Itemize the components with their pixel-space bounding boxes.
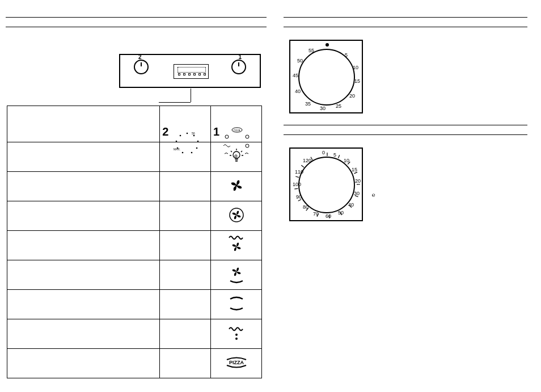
func-icon-fan-circle-cell bbox=[211, 201, 262, 231]
svg-point-20 bbox=[235, 334, 238, 336]
dial1-top-dot-icon bbox=[326, 43, 329, 47]
dial1-num: 45 bbox=[293, 73, 298, 78]
svg-line-24 bbox=[338, 155, 339, 158]
left-rule-2 bbox=[6, 27, 267, 27]
note-glyph: ℮ bbox=[372, 192, 375, 198]
dial1-num: 40 bbox=[295, 88, 301, 94]
fan-circle-icon bbox=[227, 206, 246, 224]
svg-point-3 bbox=[196, 147, 198, 149]
table-row bbox=[7, 231, 262, 260]
dial2-num: 5 bbox=[333, 152, 336, 158]
dial2-num: 70 bbox=[313, 211, 319, 217]
mini-function-grid-icon: PIZZA bbox=[220, 127, 255, 158]
svg-line-36 bbox=[295, 176, 299, 178]
svg-text:MAX.: MAX. bbox=[174, 147, 180, 151]
dial2-num: 20 bbox=[355, 178, 361, 184]
pointer-line-horizontal bbox=[159, 102, 191, 103]
svg-point-0 bbox=[187, 132, 188, 134]
dial1-num: 55 bbox=[308, 48, 314, 53]
grill-and-fan-icon bbox=[227, 234, 246, 255]
dial2-num: 120 bbox=[303, 158, 311, 163]
svg-point-7 bbox=[176, 140, 177, 142]
svg-line-37 bbox=[301, 165, 304, 167]
table-header-knob1-cell: 1 PIZZA bbox=[211, 106, 262, 142]
pizza-icon: PIZZA bbox=[225, 356, 248, 369]
top-bottom-heat-icon bbox=[227, 294, 246, 313]
dial2-num: 80 bbox=[303, 204, 308, 210]
dial1-num: 10 bbox=[353, 65, 358, 70]
svg-point-13 bbox=[246, 135, 249, 138]
svg-point-14 bbox=[246, 144, 249, 147]
svg-point-2 bbox=[197, 140, 199, 142]
dial1-num: 25 bbox=[336, 103, 341, 109]
panel-knob-2-icon bbox=[134, 60, 149, 74]
functions-table: 2 MAX. 50 bbox=[7, 106, 262, 378]
control-panel-diagram: 2 1 bbox=[119, 54, 261, 88]
table-row bbox=[7, 290, 262, 319]
dial2-num: 15 bbox=[352, 167, 357, 172]
table-row bbox=[7, 172, 262, 201]
pointer-line-vertical bbox=[191, 88, 191, 102]
header-col2-number: 2 bbox=[162, 125, 168, 138]
func-icon-topbottom-cell bbox=[211, 290, 262, 319]
dial2-num: 110 bbox=[295, 169, 303, 175]
dial1-num: 35 bbox=[305, 101, 311, 107]
dial2-num: 0 bbox=[322, 150, 325, 155]
table-row bbox=[7, 319, 262, 349]
minute-minder-dial-diagram: 5 10 15 20 25 30 35 40 45 50 55 bbox=[289, 40, 363, 113]
dial1-num: 15 bbox=[354, 78, 360, 84]
dial2-num: 40 bbox=[348, 202, 354, 208]
svg-point-4 bbox=[191, 151, 193, 153]
svg-line-35 bbox=[294, 188, 298, 189]
svg-point-5 bbox=[182, 151, 184, 153]
func-icon-grill-fan-cell bbox=[211, 231, 262, 260]
func-icon-fan-cell bbox=[211, 172, 262, 201]
dial2-num: 30 bbox=[354, 191, 360, 196]
func-icon-fan-bottom-cell bbox=[211, 260, 262, 290]
svg-text:PIZZA: PIZZA bbox=[229, 360, 244, 365]
dial2-num: 10 bbox=[344, 158, 349, 163]
svg-point-8 bbox=[180, 134, 181, 136]
func-icon-grilldot-cell bbox=[211, 319, 262, 349]
fan-bottom-heat-icon bbox=[227, 264, 246, 284]
header-col1-number: 1 bbox=[213, 125, 219, 138]
dial1-num: 30 bbox=[320, 106, 326, 111]
grill-dot-icon bbox=[227, 324, 246, 342]
svg-point-1 bbox=[193, 134, 195, 136]
svg-point-18 bbox=[235, 184, 238, 187]
svg-point-12 bbox=[225, 135, 229, 138]
table-row: PIZZA bbox=[7, 349, 262, 378]
table-row bbox=[7, 260, 262, 290]
dial2-num: 100 bbox=[293, 182, 301, 187]
panel-knob-1-icon bbox=[231, 60, 246, 74]
panel-display-icon bbox=[174, 64, 209, 79]
svg-point-21 bbox=[235, 338, 238, 340]
dial1-num: 20 bbox=[349, 93, 355, 99]
table-row bbox=[7, 201, 262, 231]
dial2-num: 90 bbox=[296, 194, 302, 200]
timer-dial-diagram: 0 5 10 15 20 30 40 50 60 70 80 90 100 11… bbox=[289, 147, 363, 221]
table-header-knob2-cell: 2 MAX. 50 bbox=[160, 106, 211, 142]
dial1-num: 5 bbox=[345, 52, 348, 58]
mini-temp-dial-icon: MAX. 50 bbox=[171, 130, 203, 155]
dial2-num: 60 bbox=[326, 213, 331, 219]
svg-text:PIZZA: PIZZA bbox=[234, 129, 240, 132]
func-icon-pizza-cell: PIZZA bbox=[211, 349, 262, 378]
right-heading-group-1 bbox=[284, 0, 533, 27]
svg-point-15 bbox=[235, 155, 237, 157]
fan-4blade-icon bbox=[228, 177, 245, 194]
table-header-desc-cell bbox=[7, 106, 160, 142]
svg-text:50: 50 bbox=[192, 132, 195, 135]
dial1-num: 50 bbox=[297, 58, 303, 64]
right-heading-group-2 bbox=[284, 125, 533, 135]
dial2-num: 50 bbox=[338, 210, 344, 216]
